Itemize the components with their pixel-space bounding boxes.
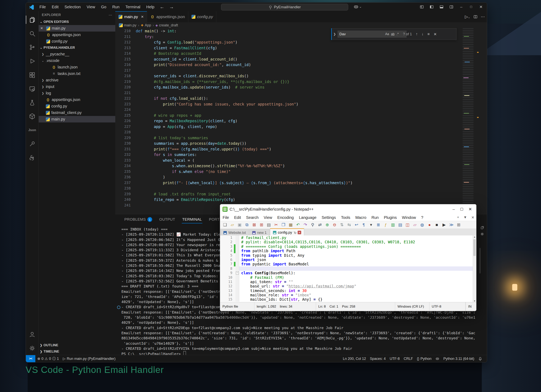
tab-config.py[interactable]: config.py [188,11,216,22]
npp-tab-new-1[interactable]: new 1 [249,229,270,236]
regex-toggle[interactable]: .* [396,32,399,36]
tree-item[interactable]: ≡tasks.json.txt [39,70,115,77]
toolbar-function-list-icon[interactable]: ƒ [382,222,389,228]
toolbar-close-all-icon[interactable]: ⊞ [258,222,265,228]
status-crlf[interactable]: CRLF [402,357,415,361]
npp-menu-view[interactable]: View [261,215,275,220]
status-ln[interactable]: Ln 200, Col 12 [341,357,368,361]
npp-menu-run[interactable]: Run [369,215,381,220]
notepadpp-editor[interactable]: 1# fastmail_client.py2# pylint: disable=… [220,235,476,302]
toolbar-copy-icon[interactable]: ❐ [280,222,287,228]
open-editor-item[interactable]: ✕main.py [39,25,115,31]
status-bell[interactable] [476,357,484,361]
toolbar-zoom-out-icon[interactable]: ⊖ [331,222,338,228]
maximize-button[interactable]: □ [467,3,475,10]
open-editors-header[interactable]: ⌄ OPEN EDITORS [39,19,115,25]
menu-help[interactable]: Help [143,5,157,9]
toolbar-paste-icon[interactable]: ▦ [287,222,294,228]
toolbar-folder-workspace-icon[interactable]: ▱ [411,222,418,228]
toolbar-doc-monitor-icon[interactable]: ▥ [390,222,396,228]
status-python[interactable]: {}Python [415,357,433,361]
scroll-down-icon[interactable]: ▼ [473,300,476,302]
breadcrumb-item[interactable]: ◈create_draft [155,23,178,27]
toolbar-close-icon[interactable]: ⊠ [251,222,258,228]
toolbar-file-panel-icon[interactable]: ◫ [404,222,411,228]
status-utf8[interactable]: UTF-8 [388,357,402,361]
tree-item[interactable]: ❯__pycache__ [39,51,115,57]
toolbar-replace-icon[interactable]: ⇄ [317,222,323,228]
close-button[interactable]: ✕ [477,3,485,10]
open-editor-item[interactable]: {}appsettings.json [39,31,115,38]
toolbar-word-wrap-icon[interactable]: ↩ [353,222,360,228]
maximize-button[interactable]: ▢ [460,207,463,212]
menu-selection[interactable]: Selection [62,5,84,9]
close-button[interactable]: ✕ [468,207,472,212]
terminal-scrollbar[interactable] [479,248,481,274]
toolbar-open-file-icon[interactable]: ▱ [229,222,236,228]
panel-tab-output[interactable]: OUTPUT [156,214,179,224]
toolbar-cut-icon[interactable]: ✂ [273,222,280,228]
toolbar-save-all-icon[interactable]: ⧉ [244,222,250,228]
more-actions-icon[interactable]: ⋯ [481,14,485,19]
run-task-status[interactable]: ▷ Run main.py (PyEmailHandler) [61,356,117,361]
status-python[interactable]: Python 3.11 (64-bit) [441,357,476,361]
activity-source-control[interactable] [26,41,38,54]
npp-menu-settings[interactable]: Settings [319,215,338,220]
toolbar-save-macro-icon[interactable]: ≫ [448,222,455,228]
activity-account[interactable] [26,327,38,341]
npp-menu-macro[interactable]: Macro [353,215,369,220]
toolbar-zoom-in-icon[interactable]: ⊕ [324,222,331,228]
toolbar-new-file-icon[interactable]: ❏ [222,222,228,228]
section-timeline[interactable]: ❯TIMELINE [39,348,115,355]
close-icon[interactable]: ✕ [141,15,144,19]
npp-menu-search[interactable]: Search [244,215,261,220]
close-icon[interactable]: ✕ [298,231,301,234]
menu-run[interactable]: Run [109,5,123,9]
dropdown-icon[interactable]: ▼ [463,215,467,220]
npp-tab-Website.txt[interactable]: Website.txt [220,229,249,236]
npp-menu-encoding[interactable]: Encoding [275,215,296,220]
match-case-toggle[interactable]: Aa [385,32,389,36]
tab-appsettings.json[interactable]: {}appsettings.json [147,11,188,22]
open-in-editor-icon[interactable] [480,226,484,230]
toolbar-browser-icon[interactable]: ◍ [419,222,426,228]
menu-file[interactable]: File [36,5,49,9]
whole-word-toggle[interactable]: ab [391,32,395,36]
close-icon[interactable]: ✕ [471,215,474,220]
activity-containers[interactable] [26,109,38,123]
status-copilot[interactable] [433,357,441,361]
plus-icon[interactable]: + [457,215,459,220]
activity-search[interactable] [26,27,38,41]
toolbar-sync-horizontal-icon[interactable]: ⇆ [346,222,353,228]
npp-menu-edit[interactable]: Edit [232,215,243,220]
tree-item[interactable]: ❯log [39,90,115,97]
customize-layout-icon[interactable] [417,3,426,10]
toolbar-redo-icon[interactable]: ↷ [302,222,309,228]
problems-status[interactable]: ⊗0 ⚠0 ⓘ1 [35,356,61,361]
activity-settings-gear[interactable] [26,341,38,355]
menu-terminal[interactable]: Terminal [122,5,143,9]
split-editor-icon[interactable] [473,15,478,19]
activity-run-debug[interactable] [26,54,38,68]
toolbar-stop-macro-icon[interactable]: ■ [433,222,440,228]
menu-edit[interactable]: Edit [49,5,61,9]
activity-remote-explorer[interactable] [26,82,38,96]
next-match-icon[interactable]: ↓ [421,32,424,36]
activity-testing[interactable] [26,96,38,109]
previous-match-icon[interactable]: ↑ [416,32,418,36]
close-find-icon[interactable]: ✕ [434,32,437,36]
status-spaces[interactable]: Spaces: 4 [368,357,388,361]
npp-menu-window[interactable]: Window [399,215,418,220]
breadcrumb-item[interactable]: ❖App [141,23,151,27]
menu-view[interactable]: View [84,5,98,9]
toggle-panel-icon[interactable] [437,3,446,10]
toolbar-indent-guide-icon[interactable]: ≣ [375,222,382,228]
npp-menu-plugins[interactable]: Plugins [381,215,400,220]
minimize-button[interactable]: – [457,3,466,10]
explorer-more-actions-icon[interactable]: ⋯ [109,13,112,17]
tree-item[interactable]: ❯input [39,83,115,90]
panel-tab-problems[interactable]: PROBLEMS1 [121,214,156,224]
find-in-selection-icon[interactable]: ≡ [427,32,430,36]
tree-item[interactable]: config.py [39,103,115,109]
fold-collapse-icon[interactable]: – [236,271,239,275]
